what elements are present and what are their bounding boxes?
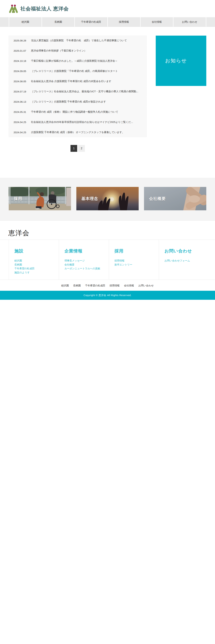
footer-link-新卒エントリー[interactable]: 新卒エントリー <box>115 263 156 267</box>
feature-cards: 採用 <box>9 187 206 210</box>
news-date: 2025.08.28 <box>14 39 28 42</box>
news-title: 千葉日報様に記事が掲載されました。～成田に介護医療院 社福法人恵洋会～ <box>31 59 118 62</box>
card-recruit[interactable]: 採用 <box>9 187 71 210</box>
footer-column-heading: 施設 <box>15 248 55 254</box>
news-date: 2025.01.07 <box>14 49 28 52</box>
footer-link-会社概要[interactable]: 会社概要 <box>65 263 105 267</box>
news-title: 恵洋会理事長の年初挨拶（千葉日報オンライン） <box>31 49 87 52</box>
nav-edge-left <box>0 17 9 26</box>
pagination: 12 <box>9 145 147 152</box>
nav-item-採用情報[interactable]: 採用情報 <box>108 17 140 26</box>
news-date: 2024.05.31 <box>14 110 28 113</box>
news-row[interactable]: 2024.05.31千年希望の杜 成田（仮称） 開設に伴う物品調達一般競争入札の… <box>9 107 147 117</box>
bottom-nav-item-睦沢園[interactable]: 睦沢園 <box>61 284 69 287</box>
pagination-page-2[interactable]: 2 <box>78 145 85 152</box>
card-recruit-label: 採用 <box>14 196 22 201</box>
bottom-nav-item-お問い合わせ[interactable]: お問い合わせ <box>138 284 153 287</box>
brand-home-link[interactable]: 社会福祉法人 恵洋会 <box>9 4 69 13</box>
news-row[interactable]: 2024.07.19［プレスリリース］社会福祉法人恵洋会は、最先端のICT・見守… <box>9 86 147 96</box>
copyright-text: Copyright © 恵洋会 All Rights Reserved. <box>84 294 132 297</box>
footer-link-睦沢園[interactable]: 睦沢園 <box>15 259 55 263</box>
bottom-nav-item-会社情報[interactable]: 会社情報 <box>124 284 134 287</box>
footer-link-長柄園[interactable]: 長柄園 <box>15 263 55 267</box>
news-date: 2024.04.25 <box>14 121 28 124</box>
news-title: 千年希望の杜 成田（仮称） 開設に伴う物品調達一般競争入札の実施について <box>31 110 118 114</box>
footer-columns: 施設睦沢園長柄園千年希望の杜成田施設のようす企業情報理事長メッセージ会社概要カー… <box>0 240 215 280</box>
nav-item-千年希望の杜成田[interactable]: 千年希望の杜成田 <box>75 17 107 26</box>
news-row[interactable]: 2024.04.25社会福祉法人恵洋会2025年新卒採用会社説明会のお知らせはマ… <box>9 117 147 127</box>
card-company[interactable]: 会社概要 <box>144 187 206 210</box>
news-title: ［プレスリリース］介護医療院「千年希望の杜 成田」の職員研修がスタート <box>31 70 118 73</box>
news-row[interactable]: 2024.04.25介護医療院 千年希望の杜 成田（仮称） オープニングスタッフ… <box>9 128 147 137</box>
card-philosophy[interactable]: 基本理念 <box>76 187 139 210</box>
footer-link-千年希望の杜成田[interactable]: 千年希望の杜成田 <box>15 266 55 270</box>
footer-column-heading: お問い合わせ <box>164 248 205 254</box>
news-date: 2024.08.05 <box>14 80 28 83</box>
organization-logo-icon <box>9 4 18 13</box>
footer-spacer-left <box>0 240 9 280</box>
footer-column-採用: 採用採用情報新卒エントリー <box>109 240 159 280</box>
news-section-title: お知らせ <box>156 57 187 64</box>
news-section: お知らせ 2025.08.28当法人運営施設（介護医療院 千年希望の杜 成田）で… <box>0 27 215 152</box>
bottom-nav-item-長柄園[interactable]: 長柄園 <box>73 284 81 287</box>
nav-item-長柄園[interactable]: 長柄園 <box>42 17 74 26</box>
footer-link-お問い合わせフォーム[interactable]: お問い合わせフォーム <box>164 259 205 263</box>
footer-link-採用情報[interactable]: 採用情報 <box>115 259 156 263</box>
news-row[interactable]: 2024.06.13［プレスリリース］介護医療院 千年希望の杜 成田が新設されま… <box>9 97 147 106</box>
news-list: 2025.08.28当法人運営施設（介護医療院 千年希望の杜 成田）で発生した不… <box>9 36 147 137</box>
feature-band: 採用 <box>0 178 215 221</box>
page: 社会福祉法人 恵洋会 睦沢園長柄園千年希望の杜成田採用情報会社情報お問い合わせ … <box>0 0 215 644</box>
card-company-label: 会社概要 <box>149 196 166 201</box>
nav-item-会社情報[interactable]: 会社情報 <box>141 17 173 26</box>
news-row[interactable]: 2024.08.05社会福祉法人恵洋会 介護医療院 千年希望の杜 成田の内覧会を… <box>9 76 147 86</box>
news-title: 介護医療院 千年希望の杜 成田（仮称） オープニングスタッフを募集しています。 <box>31 131 124 134</box>
footer-link-施設のようす[interactable]: 施設のようす <box>15 270 55 274</box>
news-row[interactable]: 2024.09.05［プレスリリース］介護医療院「千年希望の杜 成田」の職員研修… <box>9 66 147 76</box>
nav-edge-right <box>206 17 215 26</box>
main-nav: 睦沢園長柄園千年希望の杜成田採用情報会社情報お問い合わせ <box>0 17 215 27</box>
site-title: 社会福祉法人 恵洋会 <box>21 5 69 12</box>
pagination-page-1[interactable]: 1 <box>71 145 77 152</box>
footer-column-heading: 企業情報 <box>65 248 105 254</box>
footer-brand: 恵洋会 <box>8 228 215 238</box>
footer-link-カーボンニュートラルへの貢献[interactable]: カーボンニュートラルへの貢献 <box>65 266 105 270</box>
news-row[interactable]: 2024.10.18千葉日報様に記事が掲載されました。～成田に介護医療院 社福法… <box>9 56 147 66</box>
news-date: 2024.06.13 <box>14 100 28 103</box>
footer-bottom-nav: 睦沢園長柄園千年希望の杜成田採用情報会社情報お問い合わせ <box>0 280 215 287</box>
news-title: 当法人運営施設（介護医療院 千年希望の杜 成田）で発生した不適切事案について <box>31 39 127 42</box>
news-row[interactable]: 2025.08.28当法人運営施設（介護医療院 千年希望の杜 成田）で発生した不… <box>9 36 147 45</box>
news-row[interactable]: 2025.01.07恵洋会理事長の年初挨拶（千葉日報オンライン） <box>9 46 147 56</box>
footer-spacer-right <box>209 240 215 280</box>
news-title: 社会福祉法人恵洋会 介護医療院 千年希望の杜 成田の内覧会を行います <box>31 80 111 83</box>
site-header: 社会福祉法人 恵洋会 <box>0 0 215 17</box>
copyright-bar: Copyright © 恵洋会 All Rights Reserved. <box>0 291 215 300</box>
bottom-nav-item-採用情報[interactable]: 採用情報 <box>110 284 120 287</box>
footer-column-施設: 施設睦沢園長柄園千年希望の杜成田施設のようす <box>9 240 59 280</box>
news-title: 社会福祉法人恵洋会2025年新卒採用会社説明会のお知らせはマイナビ2025よりご… <box>31 120 133 124</box>
footer: 恵洋会 施設睦沢園長柄園千年希望の杜成田施設のようす企業情報理事長メッセージ会社… <box>0 228 215 300</box>
card-philosophy-label: 基本理念 <box>81 196 98 201</box>
footer-column-heading: 採用 <box>115 248 156 254</box>
nav-item-睦沢園[interactable]: 睦沢園 <box>9 17 42 26</box>
news-title: ［プレスリリース］社会福祉法人恵洋会は、最先端のICT・見守り機器の導入で職員の… <box>31 90 138 93</box>
news-title: ［プレスリリース］介護医療院 千年希望の杜 成田が新設されます <box>31 100 106 103</box>
footer-column-お問い合わせ: お問い合わせお問い合わせフォーム <box>159 240 209 280</box>
footer-column-企業情報: 企業情報理事長メッセージ会社概要カーボンニュートラルへの貢献 <box>59 240 109 280</box>
news-date: 2024.10.18 <box>14 60 28 62</box>
news-date: 2024.07.19 <box>14 90 28 93</box>
nav-item-お問い合わせ[interactable]: お問い合わせ <box>173 17 206 26</box>
news-date: 2024.04.25 <box>14 131 28 134</box>
bottom-nav-item-千年希望の杜成田[interactable]: 千年希望の杜成田 <box>85 284 105 287</box>
news-date: 2024.09.05 <box>14 70 28 72</box>
footer-link-理事長メッセージ[interactable]: 理事長メッセージ <box>65 259 105 263</box>
news-section-banner: お知らせ <box>156 36 206 86</box>
